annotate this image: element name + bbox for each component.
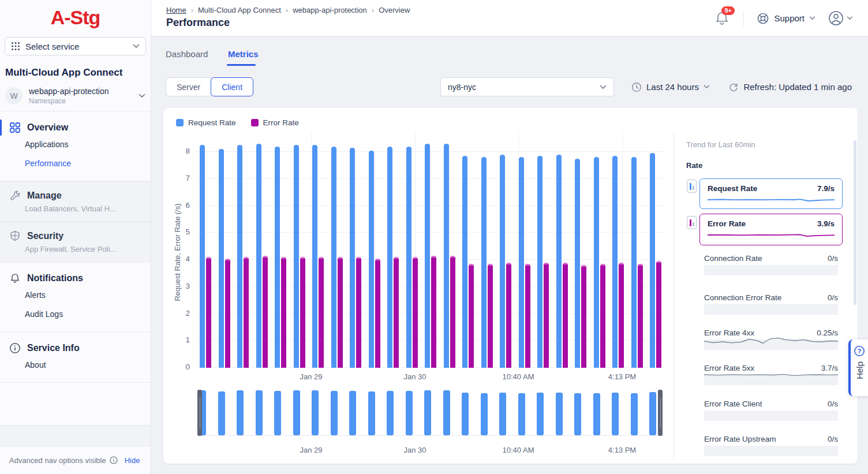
request-rate-bar[interactable] <box>406 147 411 368</box>
error-rate-bar[interactable] <box>206 257 211 368</box>
request-rate-bar[interactable] <box>444 144 449 368</box>
request-rate-bar[interactable] <box>556 155 562 368</box>
error-rate-bar[interactable] <box>638 264 643 368</box>
tab-metrics[interactable]: Metrics <box>228 49 259 59</box>
request-rate-bar[interactable] <box>575 159 580 368</box>
request-rate-chart-type-icon[interactable] <box>687 180 697 193</box>
trend-row-error-rate-4xx[interactable]: Error Rate 4xx0.25/s <box>704 329 838 350</box>
trend-card-request-rate[interactable]: Request Rate 7.9/s <box>699 178 843 209</box>
brand-logo: A-Stg <box>51 6 100 29</box>
site-selector-dropdown[interactable]: ny8-nyc <box>440 77 614 96</box>
sidebar-item-overview[interactable]: Overview <box>0 121 151 135</box>
select-service-dropdown[interactable]: Select service <box>5 37 146 55</box>
sidebar-item-service-info[interactable]: Service Info <box>0 341 151 355</box>
navigator-handle-left[interactable] <box>197 390 202 436</box>
error-rate-bar[interactable] <box>506 263 511 368</box>
trend-row-error-rate-upstream[interactable]: Error Rate Upstream0/s <box>704 435 838 456</box>
error-rate-bar[interactable] <box>563 263 568 368</box>
request-rate-bar[interactable] <box>481 157 487 368</box>
error-rate-bar[interactable] <box>225 259 230 368</box>
error-rate-bar[interactable] <box>525 264 530 368</box>
request-rate-bar[interactable] <box>219 149 224 368</box>
legend-item[interactable]: Error Rate <box>251 118 299 127</box>
sidebar-item-manage[interactable]: Manage <box>0 189 151 203</box>
support-menu[interactable]: Support <box>757 12 815 25</box>
error-rate-bar[interactable] <box>544 263 549 368</box>
request-rate-bar[interactable] <box>631 157 637 368</box>
sidebar-item-security[interactable]: Security <box>0 229 151 243</box>
sidebar-item-applications[interactable]: Applications <box>0 135 151 154</box>
trend-row-value: 0/s <box>828 400 838 408</box>
request-rate-bar[interactable] <box>369 151 374 368</box>
time-range-dropdown[interactable]: Last 24 hours <box>631 77 710 96</box>
select-service-label: Select service <box>25 42 133 51</box>
error-rate-bar[interactable] <box>338 257 343 368</box>
error-rate-bar[interactable] <box>656 261 661 368</box>
breadcrumb-item[interactable]: webapp-api-protection <box>293 6 367 14</box>
help-tab-button[interactable]: ? Help <box>848 339 868 396</box>
error-rate-bar[interactable] <box>581 265 586 368</box>
toggle-server[interactable]: Server <box>166 77 211 96</box>
breadcrumb-item[interactable]: Home <box>166 6 186 14</box>
error-rate-bar[interactable] <box>281 257 286 368</box>
trend-row-sparkline <box>704 265 838 275</box>
error-rate-bar[interactable] <box>488 264 493 368</box>
sidebar-item-alerts[interactable]: Alerts <box>0 285 151 304</box>
trend-row-error-rate-5xx[interactable]: Error Rate 5xx3.7/s <box>704 364 838 385</box>
error-rate-bar[interactable] <box>263 256 268 368</box>
error-rate-bar[interactable] <box>413 257 418 368</box>
request-rate-bar[interactable] <box>537 156 542 368</box>
request-rate-bar[interactable] <box>594 157 599 368</box>
request-rate-bar[interactable] <box>331 147 336 368</box>
trend-row-error-rate-client[interactable]: Error Rate Client0/s <box>704 400 838 421</box>
sidebar-item-performance[interactable]: Performance <box>0 154 151 173</box>
error-rate-bar[interactable] <box>431 256 436 368</box>
request-rate-bar[interactable] <box>500 155 505 368</box>
error-rate-bar[interactable] <box>319 257 324 368</box>
error-rate-chart-type-icon[interactable] <box>687 216 697 229</box>
request-rate-bar[interactable] <box>462 156 467 368</box>
sidebar-item-audit-logs[interactable]: Audit Logs <box>0 304 151 323</box>
request-rate-bar[interactable] <box>519 157 524 368</box>
request-rate-bar[interactable] <box>650 153 655 368</box>
request-rate-bar[interactable] <box>237 145 242 368</box>
hide-nav-link[interactable]: Hide <box>125 456 140 465</box>
breadcrumb-item[interactable]: Multi-Cloud App Connect <box>198 6 281 14</box>
legend-item[interactable]: Request Rate <box>176 118 236 127</box>
trend-panel-scrollbar[interactable] <box>854 140 856 305</box>
trend-row-connection-error-rate[interactable]: Connection Error Rate0/s <box>704 293 838 315</box>
namespace-selector[interactable]: W webapp-api-protection Namespace <box>0 79 151 111</box>
request-rate-bar[interactable] <box>612 156 618 368</box>
chart-range-navigator[interactable] <box>196 390 664 436</box>
nav-section-manage: ManageLoad Balancers, Virtual H... <box>0 181 151 222</box>
request-rate-bar[interactable] <box>387 147 392 368</box>
request-rate-bar[interactable] <box>275 147 280 368</box>
user-account-menu[interactable] <box>828 10 853 26</box>
request-rate-bar[interactable] <box>312 145 317 368</box>
request-rate-bar[interactable] <box>256 144 261 368</box>
error-rate-bar[interactable] <box>469 264 474 368</box>
request-rate-bar[interactable] <box>425 144 430 368</box>
request-rate-bar[interactable] <box>200 145 205 368</box>
error-rate-bar[interactable] <box>356 257 361 368</box>
request-rate-bar[interactable] <box>294 145 299 368</box>
error-rate-bar[interactable] <box>300 257 305 368</box>
request-rate-bar[interactable] <box>350 148 355 368</box>
error-rate-bar[interactable] <box>600 264 605 368</box>
refresh-button[interactable]: Refresh: Updated 1 min ago <box>728 77 852 96</box>
trend-row-connection-rate[interactable]: Connection Rate0/s <box>704 254 838 275</box>
notifications-bell-button[interactable]: 9+ <box>714 10 731 27</box>
error-rate-bar[interactable] <box>450 256 455 368</box>
error-rate-bar[interactable] <box>375 259 380 368</box>
help-tab-label: Help <box>855 361 865 379</box>
error-rate-bar[interactable] <box>244 257 249 368</box>
tab-dashboard[interactable]: Dashboard <box>166 49 208 59</box>
toggle-client[interactable]: Client <box>211 77 253 96</box>
error-rate-bar[interactable] <box>619 263 624 368</box>
error-rate-bar[interactable] <box>394 257 399 368</box>
navigator-handle-right[interactable] <box>658 390 663 436</box>
trend-card-error-rate[interactable]: Error Rate 3.9/s <box>699 214 843 245</box>
sidebar-item-about[interactable]: About <box>0 355 151 374</box>
sidebar-item-notifications[interactable]: Notifications <box>0 271 151 285</box>
time-range-value: Last 24 hours <box>646 82 699 92</box>
